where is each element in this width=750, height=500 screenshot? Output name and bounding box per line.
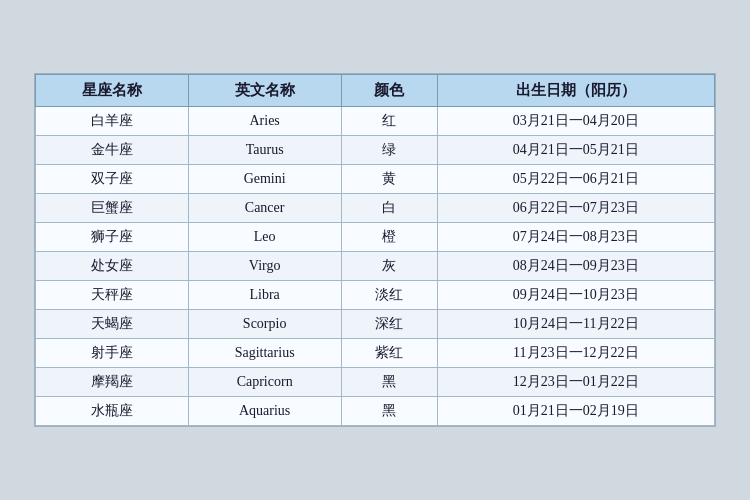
table-body: 白羊座Aries红03月21日一04月20日金牛座Taurus绿04月21日一0… xyxy=(36,107,715,426)
cell-dates: 06月22日一07月23日 xyxy=(437,194,714,223)
cell-dates: 03月21日一04月20日 xyxy=(437,107,714,136)
cell-color: 绿 xyxy=(341,136,437,165)
header-chinese-name: 星座名称 xyxy=(36,75,189,107)
table-row: 水瓶座Aquarius黑01月21日一02月19日 xyxy=(36,397,715,426)
cell-english-name: Aquarius xyxy=(188,397,341,426)
cell-english-name: Capricorn xyxy=(188,368,341,397)
cell-color: 黑 xyxy=(341,397,437,426)
cell-color: 黑 xyxy=(341,368,437,397)
table-row: 巨蟹座Cancer白06月22日一07月23日 xyxy=(36,194,715,223)
cell-dates: 05月22日一06月21日 xyxy=(437,165,714,194)
cell-color: 淡红 xyxy=(341,281,437,310)
cell-chinese-name: 摩羯座 xyxy=(36,368,189,397)
table-row: 白羊座Aries红03月21日一04月20日 xyxy=(36,107,715,136)
cell-chinese-name: 水瓶座 xyxy=(36,397,189,426)
cell-english-name: Taurus xyxy=(188,136,341,165)
cell-chinese-name: 天秤座 xyxy=(36,281,189,310)
cell-english-name: Sagittarius xyxy=(188,339,341,368)
table-row: 天蝎座Scorpio深红10月24日一11月22日 xyxy=(36,310,715,339)
cell-dates: 12月23日一01月22日 xyxy=(437,368,714,397)
cell-chinese-name: 双子座 xyxy=(36,165,189,194)
cell-color: 灰 xyxy=(341,252,437,281)
cell-dates: 09月24日一10月23日 xyxy=(437,281,714,310)
cell-english-name: Gemini xyxy=(188,165,341,194)
table-header-row: 星座名称 英文名称 颜色 出生日期（阳历） xyxy=(36,75,715,107)
cell-chinese-name: 狮子座 xyxy=(36,223,189,252)
cell-dates: 10月24日一11月22日 xyxy=(437,310,714,339)
cell-dates: 07月24日一08月23日 xyxy=(437,223,714,252)
table-row: 处女座Virgo灰08月24日一09月23日 xyxy=(36,252,715,281)
cell-color: 橙 xyxy=(341,223,437,252)
table-row: 双子座Gemini黄05月22日一06月21日 xyxy=(36,165,715,194)
cell-dates: 08月24日一09月23日 xyxy=(437,252,714,281)
cell-english-name: Aries xyxy=(188,107,341,136)
cell-chinese-name: 天蝎座 xyxy=(36,310,189,339)
cell-color: 紫红 xyxy=(341,339,437,368)
cell-english-name: Scorpio xyxy=(188,310,341,339)
table-row: 摩羯座Capricorn黑12月23日一01月22日 xyxy=(36,368,715,397)
cell-chinese-name: 白羊座 xyxy=(36,107,189,136)
table-row: 射手座Sagittarius紫红11月23日一12月22日 xyxy=(36,339,715,368)
cell-chinese-name: 射手座 xyxy=(36,339,189,368)
cell-dates: 11月23日一12月22日 xyxy=(437,339,714,368)
header-color: 颜色 xyxy=(341,75,437,107)
zodiac-table-container: 星座名称 英文名称 颜色 出生日期（阳历） 白羊座Aries红03月21日一04… xyxy=(34,73,716,427)
cell-color: 黄 xyxy=(341,165,437,194)
cell-english-name: Leo xyxy=(188,223,341,252)
table-row: 金牛座Taurus绿04月21日一05月21日 xyxy=(36,136,715,165)
cell-dates: 04月21日一05月21日 xyxy=(437,136,714,165)
cell-dates: 01月21日一02月19日 xyxy=(437,397,714,426)
header-english-name: 英文名称 xyxy=(188,75,341,107)
cell-chinese-name: 巨蟹座 xyxy=(36,194,189,223)
table-row: 天秤座Libra淡红09月24日一10月23日 xyxy=(36,281,715,310)
cell-english-name: Virgo xyxy=(188,252,341,281)
cell-english-name: Cancer xyxy=(188,194,341,223)
cell-color: 深红 xyxy=(341,310,437,339)
cell-chinese-name: 金牛座 xyxy=(36,136,189,165)
header-dates: 出生日期（阳历） xyxy=(437,75,714,107)
table-row: 狮子座Leo橙07月24日一08月23日 xyxy=(36,223,715,252)
cell-color: 白 xyxy=(341,194,437,223)
cell-color: 红 xyxy=(341,107,437,136)
zodiac-table: 星座名称 英文名称 颜色 出生日期（阳历） 白羊座Aries红03月21日一04… xyxy=(35,74,715,426)
cell-english-name: Libra xyxy=(188,281,341,310)
cell-chinese-name: 处女座 xyxy=(36,252,189,281)
